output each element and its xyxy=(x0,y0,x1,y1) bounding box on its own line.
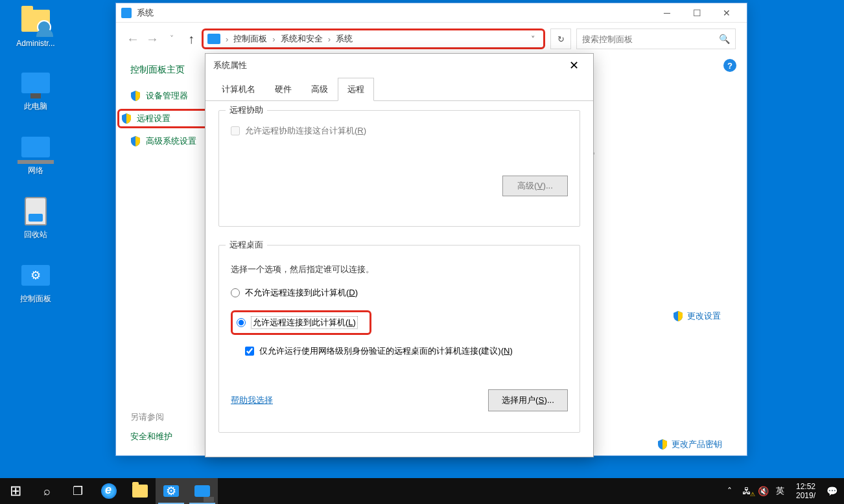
radio-label: 不允许远程连接到此计算机(D) xyxy=(245,287,358,299)
sidebar-link-device-manager[interactable]: 设备管理器 xyxy=(130,90,207,102)
breadcrumb[interactable]: › 控制面板 › 系统和安全 › 系统 ˅ xyxy=(202,29,545,49)
dialog-title: 系统属性 xyxy=(213,60,562,71)
help-me-choose-link[interactable]: 帮助我选择 xyxy=(231,395,273,406)
nav-row: ← → ˅ ↑ › 控制面板 › 系统和安全 › 系统 ˅ ↻ 🔍 xyxy=(116,23,747,55)
desktop-icon-label: 控制面板 xyxy=(20,293,51,304)
shield-icon xyxy=(130,91,141,101)
advanced-button: 高级(V)... xyxy=(502,176,568,196)
desktop-icon-this-pc[interactable]: 此电脑 xyxy=(0,67,71,112)
desktop-icon-user-folder[interactable]: Administr... xyxy=(0,5,71,48)
control-panel-icon xyxy=(163,485,179,497)
select-users-button[interactable]: 选择用户(S)... xyxy=(488,389,568,411)
radio-label: 允许远程连接到此计算机(L) xyxy=(251,316,358,329)
help-icon[interactable]: ? xyxy=(723,59,736,72)
close-button[interactable]: ✕ xyxy=(712,4,742,22)
start-button[interactable]: ⊞ xyxy=(0,478,31,504)
shield-icon xyxy=(121,113,132,124)
folder-user-icon xyxy=(20,5,51,36)
clock-time: 12:52 xyxy=(796,482,815,491)
system-tray: ˄ 🖧 🔇 英 12:52 2019/ 💬 xyxy=(723,482,844,501)
folder-icon xyxy=(132,485,148,498)
chevron-down-icon[interactable]: ˅ xyxy=(527,34,539,44)
breadcrumb-item[interactable]: 系统 xyxy=(333,32,355,46)
sidebar-link-label: 高级系统设置 xyxy=(146,135,196,147)
tab-advanced[interactable]: 高级 xyxy=(301,78,338,101)
search-input[interactable] xyxy=(582,34,719,44)
dialog-close-button[interactable]: ✕ xyxy=(562,56,585,75)
tab-computer-name[interactable]: 计算机名 xyxy=(212,78,265,101)
desktop-icon-control-panel[interactable]: 控制面板 xyxy=(0,260,71,304)
task-view-button[interactable]: ❐ xyxy=(62,478,93,504)
sidebar-link-label: 远程设置 xyxy=(137,113,170,124)
pc-icon xyxy=(194,485,210,497)
back-button[interactable]: ← xyxy=(124,30,142,48)
desktop-icon-network[interactable]: 网络 xyxy=(0,132,71,176)
search-icon[interactable]: 🔍 xyxy=(719,34,730,44)
search-box[interactable]: 🔍 xyxy=(576,29,736,49)
breadcrumb-item[interactable]: 控制面板 xyxy=(231,32,270,46)
checkbox-label: 仅允许运行使用网络级别身份验证的远程桌面的计算机连接(建议)(N) xyxy=(259,345,513,357)
sidebar-link-label: 设备管理器 xyxy=(146,90,188,102)
allow-remote-assistance-checkbox: 允许远程协助连接这台计算机(R) xyxy=(231,125,568,137)
recent-dropdown[interactable]: ˅ xyxy=(163,30,181,48)
dialog-body: 远程协助 允许远程协助连接这台计算机(R) 高级(V)... 远程桌面 选择一个… xyxy=(205,101,593,460)
window-icon xyxy=(121,8,132,18)
ie-icon xyxy=(101,483,117,499)
tray-chevron-up-icon[interactable]: ˄ xyxy=(723,486,737,496)
tray-network-icon[interactable]: 🖧 xyxy=(740,486,754,496)
radio[interactable] xyxy=(237,318,246,327)
allow-remote-radio[interactable]: 允许远程连接到此计算机(L) xyxy=(237,316,358,329)
desktop-icon-label: 回收站 xyxy=(24,229,47,240)
clock-date: 2019/ xyxy=(796,491,815,500)
checkbox[interactable] xyxy=(245,347,254,356)
search-button[interactable]: ⌕ xyxy=(31,478,62,504)
group-legend: 远程桌面 xyxy=(226,239,267,251)
radio[interactable] xyxy=(231,288,240,297)
see-also: 另请参阅 安全和维护 xyxy=(130,411,172,442)
sidebar-title: 控制面板主页 xyxy=(130,64,207,76)
refresh-button[interactable]: ↻ xyxy=(550,29,571,49)
titlebar[interactable]: 系统 ─ ☐ ✕ xyxy=(116,3,747,23)
tab-hardware[interactable]: 硬件 xyxy=(265,78,301,101)
taskbar-app-explorer[interactable] xyxy=(124,478,156,504)
minimize-button[interactable]: ─ xyxy=(652,4,682,22)
see-also-link[interactable]: 安全和维护 xyxy=(130,431,172,442)
group-legend: 远程协助 xyxy=(226,104,267,116)
checkbox-label: 允许远程协助连接这台计算机(R) xyxy=(245,125,366,137)
tabs: 计算机名 硬件 高级 远程 xyxy=(205,77,593,101)
shield-icon xyxy=(657,439,668,450)
dialog-footer: 帮助我选择 选择用户(S)... xyxy=(231,389,568,411)
tab-remote[interactable]: 远程 xyxy=(338,78,374,101)
tray-volume-icon[interactable]: 🔇 xyxy=(756,486,771,496)
taskbar-app-ie[interactable] xyxy=(93,478,124,504)
breadcrumb-icon xyxy=(207,34,220,44)
tray-notifications-icon[interactable]: 💬 xyxy=(825,486,839,496)
link-label: 更改产品密钥 xyxy=(672,439,722,450)
desktop-icon-label: 此电脑 xyxy=(24,101,47,112)
clock[interactable]: 12:52 2019/ xyxy=(790,482,822,501)
deny-remote-radio[interactable]: 不允许远程连接到此计算机(D) xyxy=(231,287,568,299)
recycle-bin-icon xyxy=(20,196,51,227)
taskbar-app-system-properties[interactable] xyxy=(187,478,218,504)
maximize-button[interactable]: ☐ xyxy=(682,4,712,22)
separator-icon: › xyxy=(270,34,277,44)
sidebar-link-advanced-settings[interactable]: 高级系统设置 xyxy=(130,135,207,147)
dialog-titlebar[interactable]: 系统属性 ✕ xyxy=(205,54,593,77)
taskbar-app-control-panel[interactable] xyxy=(156,478,187,504)
window-title: 系统 xyxy=(137,7,652,19)
group-description: 选择一个选项，然后指定谁可以连接。 xyxy=(231,264,568,275)
shield-icon xyxy=(673,311,683,321)
link-label: 更改设置 xyxy=(687,310,721,322)
forward-button[interactable]: → xyxy=(143,30,161,48)
separator-icon: › xyxy=(223,34,231,44)
ime-indicator[interactable]: 英 xyxy=(773,485,787,497)
sidebar-link-remote-settings[interactable]: 远程设置 xyxy=(117,109,212,128)
desktop-icon-label: 网络 xyxy=(28,165,43,176)
desktop-icon-recycle-bin[interactable]: 回收站 xyxy=(0,196,71,240)
desktop-icon-label: Administr... xyxy=(16,39,54,48)
breadcrumb-item[interactable]: 系统和安全 xyxy=(278,32,325,46)
nla-checkbox[interactable]: 仅允许运行使用网络级别身份验证的远程桌面的计算机连接(建议)(N) xyxy=(245,345,568,357)
up-button[interactable]: ↑ xyxy=(182,30,200,48)
taskbar: ⊞ ⌕ ❐ ˄ 🖧 🔇 英 12:52 2019/ 💬 xyxy=(0,478,844,504)
checkbox xyxy=(231,126,240,135)
